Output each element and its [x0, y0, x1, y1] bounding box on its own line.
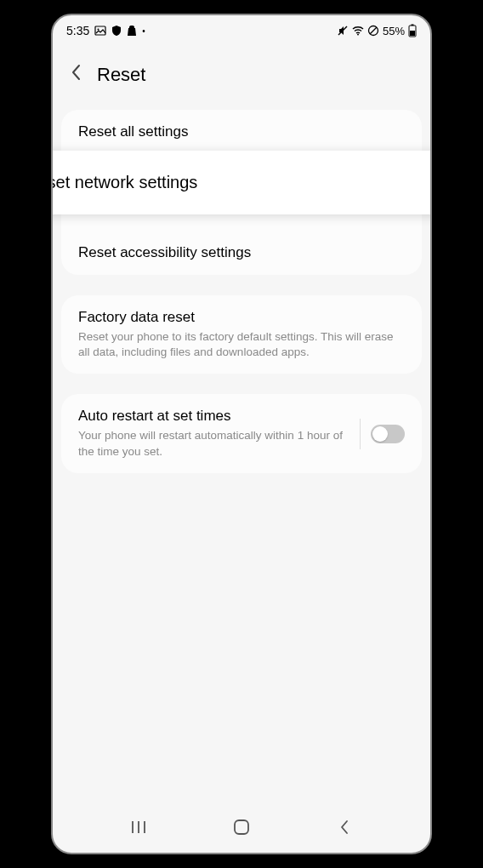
more-indicator-icon: •	[142, 26, 145, 36]
gap	[53, 374, 430, 394]
home-button[interactable]	[224, 810, 259, 844]
page-title: Reset	[97, 64, 145, 86]
toggle-knob	[372, 426, 388, 442]
gap	[53, 275, 430, 295]
status-left: 5:35 •	[66, 24, 145, 37]
status-bar: 5:35 • 55%	[53, 15, 430, 43]
picture-icon	[94, 25, 106, 37]
svg-point-1	[98, 29, 99, 31]
factory-reset-card: Factory data reset Reset your phone to i…	[61, 295, 422, 374]
factory-data-reset-item[interactable]: Factory data reset Reset your phone to i…	[61, 295, 422, 374]
shield-icon	[111, 25, 122, 37]
navigation-bar	[53, 802, 430, 853]
reset-all-settings-label: Reset all settings	[78, 123, 405, 140]
svg-rect-8	[410, 31, 415, 36]
toggle-divider	[360, 419, 361, 449]
factory-data-reset-label: Factory data reset	[78, 309, 405, 326]
battery-percent: 55%	[383, 25, 405, 37]
reset-all-settings-item[interactable]: Reset all settings	[61, 110, 422, 154]
reset-accessibility-item[interactable]: Reset accessibility settings	[61, 231, 422, 275]
no-signal-icon	[367, 25, 379, 37]
auto-restart-toggle[interactable]	[371, 425, 405, 443]
nav-back-button[interactable]	[327, 810, 361, 844]
status-right: 55%	[337, 24, 417, 37]
content-area: Reset all settings Reset accessibility s…	[53, 110, 430, 473]
battery-icon	[408, 24, 417, 37]
svg-rect-12	[235, 820, 248, 834]
bag-icon	[127, 25, 137, 37]
auto-restart-text: Auto restart at set times Your phone wil…	[78, 408, 356, 459]
wifi-icon	[352, 26, 364, 36]
phone-screen: 5:35 • 55%	[51, 14, 432, 854]
svg-point-3	[357, 34, 359, 36]
auto-restart-item[interactable]: Auto restart at set times Your phone wil…	[61, 394, 422, 472]
svg-line-5	[370, 27, 377, 34]
page-header: Reset	[53, 43, 430, 110]
recents-button[interactable]	[122, 810, 156, 844]
back-button[interactable]	[66, 60, 85, 89]
auto-restart-desc: Your phone will restart automatically wi…	[78, 428, 346, 459]
auto-restart-label: Auto restart at set times	[78, 408, 346, 425]
reset-network-settings-label: Reset network settings	[51, 173, 432, 192]
reset-network-settings-item[interactable]: Reset network settings	[51, 151, 432, 214]
reset-accessibility-label: Reset accessibility settings	[78, 244, 405, 261]
factory-data-reset-desc: Reset your phone to its factory default …	[78, 329, 405, 360]
auto-restart-card: Auto restart at set times Your phone wil…	[61, 394, 422, 472]
status-time: 5:35	[66, 24, 89, 37]
mute-icon	[337, 25, 349, 37]
